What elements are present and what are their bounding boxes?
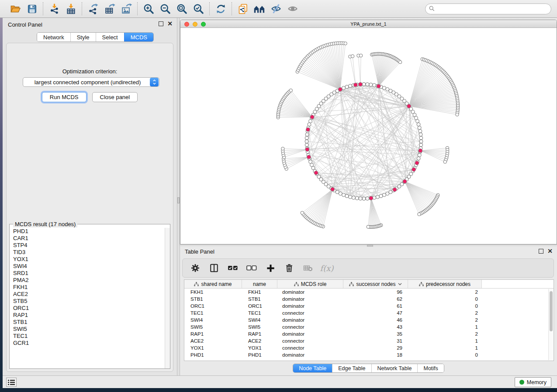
splitter-grip[interactable] bbox=[367, 245, 373, 247]
table-row[interactable]: YOX1YOX1connector291 bbox=[184, 344, 554, 351]
network-canvas[interactable] bbox=[180, 28, 557, 244]
network-window-titlebar[interactable]: YPA_prune.txt_1 bbox=[180, 20, 557, 28]
cell-MCDS-role: dominator bbox=[277, 352, 343, 358]
tab-motifs[interactable]: Motifs bbox=[417, 364, 443, 372]
task-history-button[interactable] bbox=[6, 378, 17, 387]
mcds-list-scrollbar[interactable] bbox=[165, 228, 170, 368]
table-row[interactable]: ACE2ACE2connector311 bbox=[184, 337, 554, 344]
table-row[interactable]: SWI5SWI5connector431 bbox=[184, 323, 554, 330]
import-network-icon[interactable] bbox=[47, 2, 61, 15]
table-settings-icon[interactable] bbox=[190, 261, 201, 275]
column-header-MCDS-role[interactable]: MCDS role bbox=[277, 280, 343, 288]
mcds-result-item[interactable]: TID3 bbox=[10, 249, 164, 256]
mcds-result-item[interactable]: CAR1 bbox=[10, 235, 164, 242]
tab-node-table[interactable]: Node Table bbox=[293, 364, 332, 372]
zoom-in-icon[interactable] bbox=[142, 2, 156, 15]
mcds-result-item[interactable]: PHD1 bbox=[10, 228, 164, 235]
import-table-icon[interactable] bbox=[64, 2, 78, 15]
delete-table-icon[interactable] bbox=[302, 261, 314, 275]
mcds-result-item[interactable]: FKH1 bbox=[10, 284, 164, 291]
table-row[interactable]: SWI4SWI4dominator462 bbox=[184, 316, 554, 323]
close-panel-button[interactable]: Close panel bbox=[92, 92, 138, 102]
run-mcds-button[interactable]: Run MCDS bbox=[42, 92, 86, 102]
column-type-icon bbox=[294, 282, 299, 286]
new-network-from-selection-icon[interactable] bbox=[236, 2, 250, 15]
search-box bbox=[425, 3, 551, 14]
cell-MCDS-role: connector bbox=[277, 345, 343, 351]
tab-network-table[interactable]: Network Table bbox=[371, 364, 418, 372]
memory-button[interactable]: Memory bbox=[515, 377, 551, 387]
table-row[interactable]: ORC1ORC1dominator610 bbox=[184, 303, 554, 309]
export-table-icon[interactable] bbox=[103, 2, 117, 15]
mcds-result-item[interactable]: ACE2 bbox=[10, 291, 164, 298]
control-panel-tabs: NetworkStyleSelectMCDS bbox=[37, 32, 154, 42]
mcds-result-item[interactable]: ORC1 bbox=[10, 305, 164, 312]
delete-row-icon[interactable] bbox=[284, 261, 295, 275]
deselect-all-icon[interactable] bbox=[246, 261, 257, 275]
table-row[interactable]: PHD1PHD1dominator180 bbox=[184, 351, 554, 358]
status-bar: Memory bbox=[3, 375, 557, 388]
cell-MCDS-role: dominator bbox=[277, 331, 343, 337]
select-all-icon[interactable] bbox=[227, 261, 239, 275]
add-row-icon[interactable] bbox=[265, 261, 276, 275]
float-panel-icon[interactable] bbox=[159, 21, 163, 26]
show-columns-icon[interactable] bbox=[208, 261, 220, 275]
export-image-icon[interactable] bbox=[119, 2, 133, 15]
close-panel-icon[interactable]: ✕ bbox=[547, 249, 553, 254]
splitter-grip[interactable] bbox=[177, 197, 180, 203]
table-row[interactable]: STB1STB1dominator620 bbox=[184, 296, 554, 303]
first-neighbors-icon[interactable] bbox=[253, 2, 266, 15]
tab-select[interactable]: Select bbox=[96, 33, 124, 41]
mcds-result-item[interactable]: YOX1 bbox=[10, 256, 164, 263]
close-panel-icon[interactable]: ✕ bbox=[167, 21, 173, 26]
cell-MCDS-role: connector bbox=[277, 338, 343, 344]
tab-network[interactable]: Network bbox=[37, 33, 70, 41]
vertical-splitter[interactable] bbox=[177, 18, 180, 375]
mcds-result-item[interactable]: STB1 bbox=[10, 319, 164, 326]
apply-layout-icon[interactable] bbox=[214, 2, 228, 15]
mcds-result-item[interactable]: STB5 bbox=[10, 298, 164, 305]
zoom-out-icon[interactable] bbox=[158, 2, 172, 15]
column-header-successor-nodes[interactable]: successor nodes bbox=[343, 280, 408, 288]
mcds-result-item[interactable]: PMA2 bbox=[10, 277, 164, 284]
hide-selected-icon[interactable] bbox=[269, 2, 283, 15]
table-row[interactable]: FKH1FKH1dominator962 bbox=[184, 289, 554, 296]
mcds-result-item[interactable]: GCR1 bbox=[10, 340, 164, 347]
zoom-selected-icon[interactable] bbox=[191, 2, 205, 15]
save-session-icon[interactable] bbox=[25, 2, 39, 15]
export-network-icon[interactable] bbox=[86, 2, 100, 15]
show-all-icon[interactable] bbox=[286, 2, 300, 15]
mcds-result-item[interactable]: RAP1 bbox=[10, 312, 164, 319]
mcds-result-item[interactable]: STP4 bbox=[10, 242, 164, 249]
column-header-name[interactable]: name bbox=[242, 280, 277, 288]
cell-successor-nodes: 29 bbox=[343, 345, 408, 351]
window-zoom-icon[interactable] bbox=[201, 22, 206, 27]
network-graph bbox=[180, 28, 557, 244]
table-scrollbar[interactable] bbox=[548, 289, 553, 360]
column-header-predecessor-nodes[interactable]: predecessor nodes bbox=[408, 280, 482, 288]
function-builder-icon[interactable]: f(x) bbox=[321, 261, 332, 275]
mcds-result-item[interactable]: TEC1 bbox=[10, 333, 164, 340]
cell-name: TEC1 bbox=[242, 310, 277, 316]
mcds-result-item[interactable]: SWI4 bbox=[10, 263, 164, 270]
tab-mcds[interactable]: MCDS bbox=[124, 33, 153, 41]
cell-shared-name: YOX1 bbox=[184, 345, 242, 351]
table-header-row: shared namenameMCDS rolesuccessor nodesp… bbox=[184, 280, 554, 289]
mcds-result-item[interactable]: SWI5 bbox=[10, 326, 164, 333]
column-header-shared-name[interactable]: shared name bbox=[184, 280, 242, 288]
window-minimize-icon[interactable] bbox=[193, 22, 197, 27]
scrollbar-thumb[interactable] bbox=[550, 291, 553, 331]
table-row[interactable]: RAP1RAP1dominator352 bbox=[184, 330, 554, 337]
mcds-result-item[interactable]: SRD1 bbox=[10, 270, 164, 277]
cell-shared-name: RAP1 bbox=[184, 331, 242, 337]
window-close-icon[interactable] bbox=[184, 22, 189, 27]
table-row[interactable]: TEC1TEC1connector472 bbox=[184, 309, 554, 316]
main-toolbar bbox=[0, 0, 557, 18]
optimization-criterion-select[interactable]: largest connected component (undirected) bbox=[23, 77, 159, 87]
zoom-fit-icon[interactable] bbox=[175, 2, 189, 15]
float-panel-icon[interactable] bbox=[539, 249, 543, 254]
open-file-icon[interactable] bbox=[8, 2, 22, 15]
tab-edge-table[interactable]: Edge Table bbox=[332, 364, 371, 372]
search-input[interactable] bbox=[437, 6, 551, 12]
tab-style[interactable]: Style bbox=[70, 33, 96, 41]
